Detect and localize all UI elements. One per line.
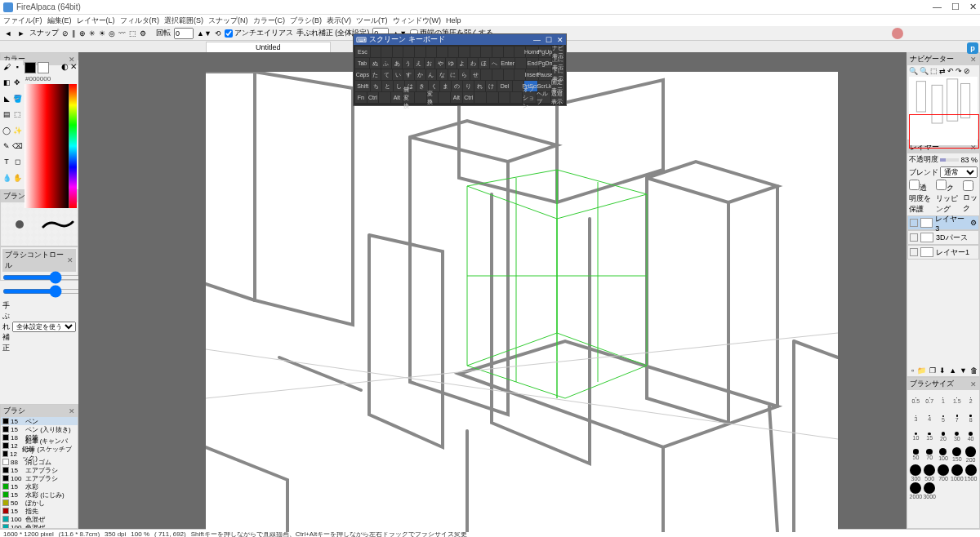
brush-item[interactable]: 100エアブラシ (1, 474, 78, 482)
osk-key[interactable]: な (437, 69, 448, 80)
wand-tool[interactable]: ✨ (12, 126, 22, 135)
color-gradient[interactable] (24, 84, 77, 208)
osk-key[interactable] (415, 47, 425, 57)
rotate-reset-icon[interactable]: ⟲ (215, 29, 221, 38)
brush-size-cell[interactable]: 3 (909, 410, 923, 428)
brush-size-cell[interactable]: 3000 (923, 482, 937, 499)
osk-key[interactable]: Alt (391, 92, 403, 103)
osk-key[interactable] (403, 47, 414, 57)
osk-key[interactable]: ま (440, 81, 451, 91)
osk-key[interactable]: あ (392, 58, 402, 69)
brush-size-cell[interactable]: 15 (923, 428, 937, 446)
eyedrop-tool[interactable]: 💧 (2, 173, 11, 183)
brush-size-cell[interactable]: 100 (937, 446, 951, 464)
rotate-right-icon[interactable]: ↷ (956, 67, 962, 75)
snap-3d-icon[interactable]: ⬚ (129, 29, 136, 38)
brush-size-cell[interactable]: 40 (964, 428, 978, 446)
menu-select[interactable]: 選択範囲(S) (164, 16, 203, 26)
palette-close-icon[interactable]: ✕ (70, 62, 77, 73)
menu-file[interactable]: ファイル(F) (3, 16, 42, 26)
lock-checkbox[interactable]: ロック (963, 180, 978, 214)
osk-key[interactable]: け (486, 81, 497, 91)
osk-key[interactable] (439, 92, 450, 103)
osk-key[interactable] (487, 92, 498, 103)
osk-key[interactable] (393, 47, 403, 57)
move-tool[interactable]: ✥ (12, 78, 22, 87)
shape-tool[interactable]: ◻ (12, 157, 22, 166)
brush-size-cell[interactable]: 50 (909, 446, 923, 464)
brush-size-cell[interactable]: 2000 (909, 482, 923, 499)
osk-key[interactable] (448, 47, 459, 57)
osk-key[interactable]: と (382, 81, 393, 91)
menu-edit[interactable]: 編集(E) (47, 16, 72, 26)
on-screen-keyboard[interactable]: ⌨ スクリーン キーボード —☐✕ EscHomePgUpナビ表示Tabぬふあう… (353, 33, 567, 106)
del-layer-icon[interactable]: 🗑 (970, 366, 978, 375)
osk-key[interactable]: す (403, 69, 414, 80)
osk-key[interactable] (381, 47, 392, 57)
osk-key[interactable] (504, 69, 514, 80)
osk-key[interactable]: へ (490, 58, 500, 69)
brush-size-cell[interactable]: 1000 (950, 464, 964, 482)
osk-key[interactable] (470, 47, 481, 57)
osk-key[interactable]: か (415, 69, 425, 80)
osk-key[interactable]: Enter (501, 58, 514, 69)
blend-select[interactable]: 通常 (940, 166, 978, 178)
menu-layer[interactable]: レイヤー(L) (77, 16, 115, 26)
navigator-close-icon[interactable]: ✕ (970, 55, 977, 64)
osk-key[interactable]: う (403, 58, 412, 69)
osk-key[interactable] (515, 58, 525, 69)
osk-key[interactable]: き (416, 81, 427, 91)
add-layer-icon[interactable]: ▫ (911, 366, 914, 375)
text-tool[interactable]: T (2, 157, 11, 166)
osk-key[interactable]: わ (468, 58, 478, 69)
undo-button[interactable]: ◄ (3, 29, 13, 38)
opacity-slider[interactable] (940, 158, 959, 162)
brush-size-cell[interactable]: 500 (923, 464, 937, 482)
dot-tool[interactable]: ▪ (12, 62, 22, 72)
fg-swatch[interactable] (24, 62, 36, 73)
brush-size-cell[interactable]: 200 (964, 446, 978, 464)
bg-swatch[interactable] (38, 62, 49, 73)
brush-item[interactable]: 15水彩 (にじみ) (1, 490, 78, 499)
color-mode-icon[interactable]: ◐ (61, 62, 69, 73)
brush-control-close-icon[interactable]: ✕ (67, 256, 74, 264)
minimize-button[interactable]: — (933, 2, 942, 12)
rotate-stepper[interactable]: ▲▼ (197, 29, 212, 38)
osk-key[interactable]: オプション (523, 92, 536, 103)
zoom-fit-icon[interactable]: ⬚ (930, 67, 938, 75)
osk-key[interactable]: ち (371, 81, 381, 91)
menu-window[interactable]: ウィンドウ(W) (393, 16, 442, 26)
pen-select-tool[interactable]: ✎ (2, 141, 11, 151)
osk-key[interactable]: や (435, 58, 445, 69)
layer-item[interactable]: レイヤー3⚙ (907, 215, 979, 230)
layer-item[interactable]: 3Dパース (907, 230, 979, 245)
osk-key[interactable]: Shift (355, 81, 370, 91)
osk-key[interactable] (481, 69, 492, 80)
brush-size-cell[interactable]: 300 (909, 464, 923, 482)
osk-key[interactable] (514, 47, 525, 57)
menu-tool[interactable]: ツール(T) (356, 16, 388, 26)
osk-key[interactable] (492, 47, 503, 57)
add-folder-icon[interactable]: 📁 (917, 366, 926, 375)
osk-key[interactable]: い (393, 69, 403, 80)
up-layer-icon[interactable]: ▲ (949, 366, 956, 375)
osk-key[interactable]: よ (457, 58, 467, 69)
osk-key[interactable]: え (414, 58, 424, 69)
zoom-out-icon[interactable]: 🔍 (920, 67, 929, 75)
clip-checkbox[interactable]: クリッピング (936, 180, 961, 215)
brush-size-cell[interactable]: 0.5 (909, 392, 923, 410)
snap-radial-icon[interactable]: ☀ (99, 29, 105, 38)
brush-size-cell[interactable]: 8 (964, 410, 978, 428)
brush-size-cell[interactable]: 0.7 (923, 392, 937, 410)
lasso-tool[interactable]: ◯ (2, 126, 11, 135)
brush-size-cell[interactable]: 1.5 (950, 392, 964, 410)
osk-key[interactable]: て (381, 69, 392, 80)
brush-item[interactable]: 50ぼかし (1, 499, 78, 507)
snap-circle-icon[interactable]: ◎ (109, 29, 115, 38)
zoom-in-icon[interactable]: 🔍 (909, 67, 918, 75)
osk-key[interactable]: PgUp (539, 47, 551, 57)
osk-key[interactable]: 透過表示 (551, 92, 564, 103)
osk-key[interactable] (371, 47, 381, 57)
brush-size-cell[interactable]: 10 (909, 428, 923, 446)
osk-key[interactable]: ほ (479, 58, 488, 69)
